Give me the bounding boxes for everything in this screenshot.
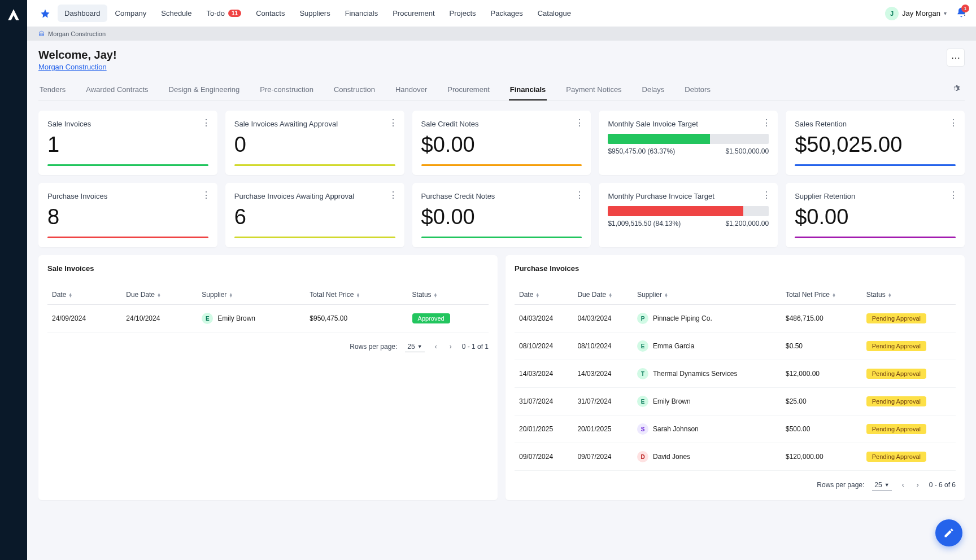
sidebar-rail [0,0,27,560]
tab-procurement[interactable]: Procurement [446,80,490,100]
card-menu[interactable]: ⋮ [202,117,211,128]
card-accent-bar [234,237,395,238]
nav-packages[interactable]: Packages [484,5,530,22]
purchase-invoices-title: Purchase Invoices [515,264,579,273]
col-total-net-price[interactable]: Total Net Price▲▼ [305,285,407,305]
breadcrumb: 🏛 Morgan Construction [27,27,976,41]
sort-icon[interactable]: ▲▼ [157,293,161,298]
card-menu[interactable]: ⋮ [202,190,211,200]
col-date[interactable]: Date▲▼ [515,285,573,305]
card-sale-credit-notes: Sale Credit Notes⋮$0.00 [412,111,591,175]
sort-icon[interactable]: ▲▼ [535,293,539,298]
col-total-net-price[interactable]: Total Net Price▲▼ [781,285,862,305]
nav-projects[interactable]: Projects [443,5,483,22]
nav-procurement[interactable]: Procurement [386,5,441,22]
table-row[interactable]: 08/10/202408/10/2024EEmma Garcia$0.50Pen… [515,333,956,360]
card-purchase-credit-notes: Purchase Credit Notes⋮$0.00 [412,183,591,247]
col-due-date[interactable]: Due Date▲▼ [573,285,633,305]
sort-icon[interactable]: ▲▼ [608,293,612,298]
col-status[interactable]: Status▲▼ [408,285,489,305]
card-menu[interactable]: ⋮ [762,117,771,128]
table-row[interactable]: 20/01/202520/01/2025SSarah Johnson$500.0… [515,415,956,443]
pager-prev[interactable]: ‹ [900,479,907,491]
card-menu[interactable]: ⋮ [575,190,584,200]
supplier-avatar: T [637,368,648,379]
nav-to-do[interactable]: To-do11 [199,5,248,22]
card-sale-invoices: Sale Invoices⋮1 [38,111,217,175]
nav-schedule[interactable]: Schedule [154,5,198,22]
nav-dashboard[interactable]: Dashboard [58,5,107,22]
sort-icon[interactable]: ▲▼ [229,293,233,298]
nav-company[interactable]: Company [108,5,154,22]
nav-contacts[interactable]: Contacts [249,5,291,22]
pager-prev[interactable]: ‹ [433,340,439,353]
tab-handover[interactable]: Handover [394,80,428,100]
tab-pre-construction[interactable]: Pre-construction [259,80,315,100]
table-row[interactable]: 14/03/202414/03/2024TThermal Dynamics Se… [515,360,956,388]
col-due-date[interactable]: Due Date▲▼ [121,285,197,305]
card-menu[interactable]: ⋮ [389,117,398,128]
tab-payment-notices[interactable]: Payment Notices [565,80,622,100]
table-row[interactable]: 31/07/202431/07/2024EEmily Brown$25.00Pe… [515,388,956,415]
status-badge: Pending Approval [866,424,926,434]
header-more-button[interactable]: ⋯ [947,49,965,67]
card-title: Sale Invoices [47,120,208,128]
tab-delays[interactable]: Delays [641,80,666,100]
pager-next[interactable]: › [914,479,921,491]
card-menu[interactable]: ⋮ [389,190,398,200]
fab-edit-button[interactable] [935,519,962,546]
status-badge: Pending Approval [866,369,926,379]
card-menu[interactable]: ⋮ [575,117,584,128]
tab-tenders[interactable]: Tenders [38,80,67,100]
sort-icon[interactable]: ▲▼ [356,293,360,298]
sort-icon[interactable]: ▲▼ [832,293,836,298]
table-row[interactable]: 24/09/202424/10/2024EEmily Brown$950,475… [47,305,489,333]
user-menu[interactable]: J Jay Morgan ▾ [885,7,947,20]
nav-suppliers[interactable]: Suppliers [293,5,337,22]
breadcrumb-company[interactable]: Morgan Construction [48,30,106,37]
supplier-avatar: S [637,423,648,435]
card-title: Sale Credit Notes [421,120,582,128]
col-supplier[interactable]: Supplier▲▼ [633,285,781,305]
sort-icon[interactable]: ▲▼ [434,293,438,298]
supplier-avatar: E [637,396,648,407]
nav-financials[interactable]: Financials [338,5,385,22]
tab-awarded-contracts[interactable]: Awarded Contracts [85,80,149,100]
card-title: Purchase Invoices [47,192,208,200]
status-badge: Pending Approval [866,396,926,406]
col-supplier[interactable]: Supplier▲▼ [197,285,305,305]
nav-catalogue[interactable]: Catalogue [531,5,578,22]
card-menu[interactable]: ⋮ [949,117,958,128]
cell-status: Pending Approval [862,360,956,388]
app-logo-icon[interactable] [6,8,21,25]
sort-icon[interactable]: ▲▼ [664,293,668,298]
pager-next[interactable]: › [447,340,454,353]
tab-design-engineering[interactable]: Design & Engineering [168,80,241,100]
progress-left: $950,475.00 (63.37%) [608,147,675,155]
tab-construction[interactable]: Construction [333,80,376,100]
cell-net: $120,000.00 [781,443,862,471]
cell-due-date: 14/03/2024 [573,360,633,388]
cell-net: $950,475.00 [305,305,407,333]
table-row[interactable]: 04/03/202404/03/2024PPinnacle Piping Co.… [515,305,956,333]
favorite-star-button[interactable] [36,5,54,23]
card-accent-bar [47,237,208,238]
company-link[interactable]: Morgan Construction [38,63,107,71]
tabs-settings-button[interactable] [947,80,965,100]
sort-icon[interactable]: ▲▼ [888,293,892,298]
purchase-invoices-menu[interactable]: ⋮ [960,7,969,18]
tab-debtors[interactable]: Debtors [683,80,712,100]
sort-icon[interactable]: ▲▼ [68,293,72,298]
card-menu[interactable]: ⋮ [762,190,771,200]
col-status[interactable]: Status▲▼ [862,285,956,305]
card-menu[interactable]: ⋮ [949,190,958,200]
pager-size-select[interactable]: 25 ▼ [405,342,424,352]
col-date[interactable]: Date▲▼ [47,285,121,305]
pager-size-select[interactable]: 25 ▼ [872,480,891,491]
cell-status: Approved [408,305,489,333]
tab-financials[interactable]: Financials [509,80,547,100]
card-value: $50,025.00 [795,134,956,155]
table-row[interactable]: 09/07/202409/07/2024DDavid Jones$120,000… [515,443,956,471]
pager-range: 0 - 1 of 1 [462,343,489,351]
cell-date: 09/07/2024 [515,443,573,471]
